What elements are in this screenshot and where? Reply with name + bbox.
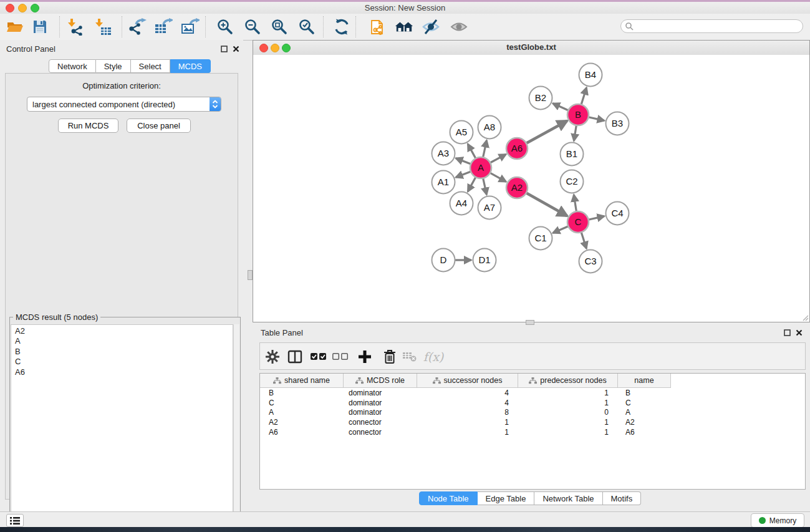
- zoom-fit-icon[interactable]: [270, 17, 289, 36]
- graph-edge-A-A2[interactable]: [490, 173, 506, 181]
- graph-edge-A-A4[interactable]: [468, 177, 476, 191]
- table-toolbar: f(x): [259, 342, 806, 370]
- table-row[interactable]: Cdominator41C: [260, 398, 805, 408]
- graph-edge-B-B3[interactable]: [589, 117, 604, 121]
- table-cell: C: [260, 399, 344, 407]
- table-row[interactable]: A6connector11A6: [260, 427, 805, 437]
- column-header-shared-name[interactable]: shared name: [260, 374, 344, 387]
- graph-node-label: C: [575, 216, 582, 227]
- float-panel-icon[interactable]: [221, 46, 228, 52]
- vertical-splitter-handle[interactable]: [248, 270, 253, 280]
- graph-edge-A-A7[interactable]: [483, 178, 487, 195]
- run-mcds-button[interactable]: Run MCDS: [58, 118, 118, 133]
- zoom-out-icon[interactable]: [243, 17, 262, 36]
- hide-graphics-details-icon[interactable]: [422, 17, 440, 36]
- horizontal-splitter-handle[interactable]: [526, 320, 534, 325]
- result-list-item[interactable]: B: [15, 347, 233, 357]
- open-folder-icon[interactable]: [6, 17, 24, 36]
- tab-select[interactable]: Select: [131, 59, 170, 73]
- graph-edge-C-C3[interactable]: [581, 232, 586, 248]
- table-row[interactable]: Bdominator41B: [260, 388, 805, 398]
- tab-node-table[interactable]: Node Table: [419, 491, 478, 505]
- graph-node-label: A: [478, 162, 484, 173]
- table-cell: 1: [518, 389, 618, 397]
- export-table-icon[interactable]: [154, 17, 173, 36]
- table-cell: 1: [518, 428, 618, 437]
- zoom-in-icon[interactable]: [216, 17, 234, 36]
- tab-network-table[interactable]: Network Table: [534, 491, 602, 505]
- graph-edge-A-A1[interactable]: [456, 172, 471, 177]
- graph-edge-C-C4[interactable]: [589, 216, 604, 220]
- table-cell: 1: [417, 428, 518, 437]
- tab-mcds[interactable]: MCDS: [170, 59, 211, 73]
- table-cell: A2: [618, 418, 671, 427]
- deselect-all-checks-icon[interactable]: [332, 348, 349, 365]
- graph-node-label: D: [440, 254, 447, 265]
- graph-edge-B-B1[interactable]: [574, 125, 576, 141]
- graph-edge-C-C2[interactable]: [574, 195, 576, 211]
- mcds-result-title: MCDS result (5 nodes): [13, 312, 100, 322]
- result-list-item[interactable]: A: [15, 336, 233, 346]
- graph-node-label: B2: [535, 92, 546, 103]
- delete-column-trash-icon[interactable]: [381, 348, 398, 365]
- graph-edge-A-A3[interactable]: [456, 158, 471, 164]
- network-graph: B4B2BB3A5A8A6A3B1AA1C2A2A4A7C4CC1C3DD1: [253, 55, 809, 322]
- close-panel-button[interactable]: Close panel: [127, 118, 191, 133]
- column-header-MCDS-role[interactable]: MCDS role: [344, 374, 417, 387]
- hierarchy-icon: [355, 377, 364, 384]
- zoom-selected-icon[interactable]: [297, 17, 316, 36]
- save-icon[interactable]: [31, 17, 49, 36]
- table-cell: 0: [518, 408, 618, 417]
- column-header-name[interactable]: name: [618, 374, 671, 387]
- graph-edge-B-B2[interactable]: [553, 104, 569, 110]
- graph-edge-A-A6[interactable]: [490, 154, 506, 163]
- criterion-dropdown[interactable]: largest connected component (directed): [27, 97, 221, 112]
- select-all-checks-icon[interactable]: [310, 348, 327, 365]
- export-network-icon[interactable]: [128, 17, 147, 36]
- graph-edge-B-B4[interactable]: [581, 88, 587, 105]
- table-row[interactable]: A2connector11A2: [260, 417, 805, 427]
- table-row[interactable]: Adominator80A: [260, 408, 805, 418]
- task-history-button[interactable]: [6, 514, 24, 527]
- result-scrollbar[interactable]: [233, 324, 239, 532]
- window-resize-grip[interactable]: [801, 314, 809, 321]
- close-panel-icon[interactable]: [796, 329, 803, 336]
- mcds-result-list: A2ABCA6: [11, 324, 233, 532]
- status-bar: Memory: [0, 511, 810, 527]
- search-input[interactable]: [620, 19, 803, 33]
- tab-style[interactable]: Style: [96, 59, 131, 73]
- graph-node-label: C2: [566, 176, 577, 186]
- cyndex-home-icon[interactable]: [395, 17, 413, 36]
- graph-edge-A2-C[interactable]: [526, 193, 567, 216]
- memory-button[interactable]: Memory: [751, 513, 804, 528]
- result-list-item[interactable]: A6: [15, 367, 233, 377]
- network-window-titlebar[interactable]: testGlobe.txt: [253, 41, 809, 56]
- add-column-icon[interactable]: [356, 348, 374, 365]
- tab-network[interactable]: Network: [49, 59, 96, 73]
- settings-gear-icon[interactable]: [264, 348, 281, 365]
- graph-edge-A-A5[interactable]: [468, 144, 476, 158]
- close-panel-icon[interactable]: [233, 46, 239, 52]
- import-table-icon[interactable]: [94, 17, 113, 36]
- show-column-icon[interactable]: [286, 348, 304, 365]
- graph-edge-C-C1[interactable]: [553, 226, 569, 233]
- network-canvas[interactable]: B4B2BB3A5A8A6A3B1AA1C2A2A4A7C4CC1C3DD1: [253, 55, 809, 322]
- search-icon: [625, 22, 634, 31]
- export-image-icon[interactable]: [181, 17, 200, 36]
- column-header-successor-nodes[interactable]: successor nodes: [417, 374, 518, 387]
- graph-edge-A-A8[interactable]: [483, 140, 487, 157]
- graph-edge-A6-B[interactable]: [526, 121, 567, 143]
- result-list-item[interactable]: C: [15, 357, 233, 367]
- table-cell: A: [618, 408, 671, 417]
- tab-edge-table[interactable]: Edge Table: [478, 491, 535, 505]
- column-header-predecessor-nodes[interactable]: predecessor nodes: [518, 374, 618, 387]
- graph-node-label: B3: [612, 118, 623, 128]
- new-network-from-selection-icon[interactable]: [369, 17, 388, 36]
- float-panel-icon[interactable]: [784, 329, 791, 336]
- import-network-icon[interactable]: [67, 17, 85, 36]
- tab-motifs[interactable]: Motifs: [603, 491, 642, 505]
- refresh-icon[interactable]: [332, 17, 351, 36]
- hierarchy-icon: [273, 377, 281, 384]
- level-of-detail-eye-icon[interactable]: [450, 17, 468, 36]
- result-list-item[interactable]: A2: [15, 326, 233, 336]
